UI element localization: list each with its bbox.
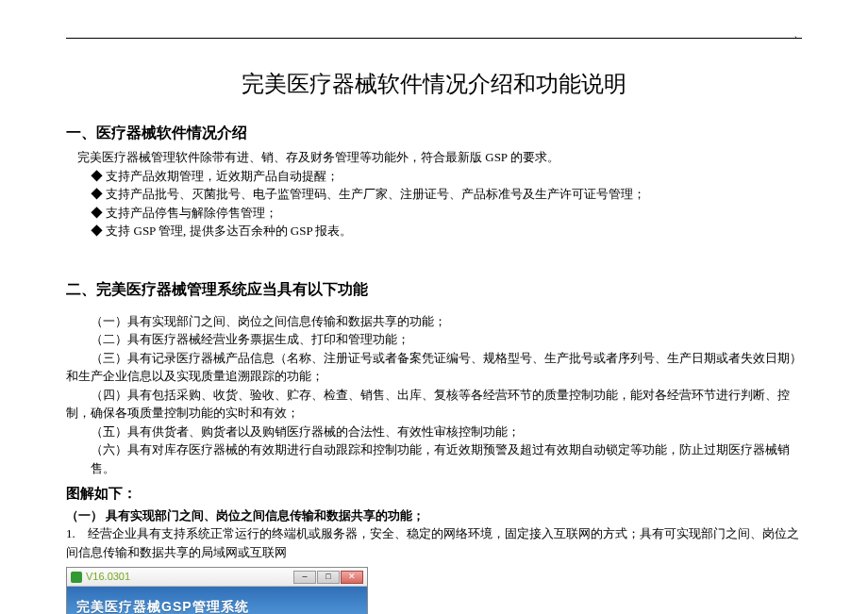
section1-bullets: 支持产品效期管理，近效期产品自动提醒； 支持产品批号、灭菌批号、电子监管理码、生… xyxy=(91,167,802,241)
bullet-item: 支持产品效期管理，近效期产品自动提醒； xyxy=(91,167,802,186)
page-corner-mark: 、 xyxy=(793,25,804,41)
app-banner: 完美医疗器械GSP管理系统 xyxy=(67,587,367,614)
list-item: （六）具有对库存医疗器械的有效期进行自动跟踪和控制功能，有近效期预警及超过有效期… xyxy=(91,440,802,477)
list-item: （四）具有包括采购、收货、验收、贮存、检查、销售、出库、复核等各经营环节的质量控… xyxy=(66,386,802,423)
maximize-button[interactable]: □ xyxy=(317,571,340,584)
close-button[interactable]: ✕ xyxy=(341,571,363,584)
login-screenshot: V16.0301 – □ ✕ 完美医疗器械GSP管理系统 服务器 IP (M) … xyxy=(66,567,368,614)
illustration-subheading: （一） 具有实现部门之间、岗位之间信息传输和数据共享的功能； xyxy=(66,506,802,525)
illustration-paragraph: 1. 经营企业具有支持系统正常运行的终端机或服务器，安全、稳定的网络环境，固定接… xyxy=(66,524,802,561)
version-label: V16.0301 xyxy=(86,569,130,585)
bullet-item: 支持产品批号、灭菌批号、电子监管理码、生产厂家、注册证号、产品标准号及生产许可证… xyxy=(91,185,802,204)
section1-intro: 完美医疗器械管理软件除带有进、销、存及财务管理等功能外，符合最新版 GSP 的要… xyxy=(77,148,802,167)
document-title: 完美医疗器械软件情况介绍和功能说明 xyxy=(66,67,802,101)
window-titlebar: V16.0301 – □ ✕ xyxy=(67,568,367,587)
section2-items: （一）具有实现部门之间、岗位之间信息传输和数据共享的功能； （二）具有医疗器械经… xyxy=(91,312,802,478)
section1-heading: 一、医疗器械软件情况介绍 xyxy=(66,122,802,144)
list-item: （一）具有实现部门之间、岗位之间信息传输和数据共享的功能； xyxy=(91,312,802,331)
bullet-item: 支持产品停售与解除停售管理； xyxy=(91,204,802,223)
bullet-item: 支持 GSP 管理, 提供多达百余种的 GSP 报表。 xyxy=(91,222,802,241)
list-item: （三）具有记录医疗器械产品信息（名称、注册证号或者备案凭证编号、规格型号、生产批… xyxy=(66,349,802,386)
illustration-heading: 图解如下： xyxy=(66,483,802,505)
section2-heading: 二、完美医疗器械管理系统应当具有以下功能 xyxy=(66,278,802,301)
minimize-button[interactable]: – xyxy=(293,571,316,584)
app-icon xyxy=(71,572,82,583)
list-item: （二）具有医疗器械经营业务票据生成、打印和管理功能； xyxy=(91,330,802,349)
list-item: （五）具有供货者、购货者以及购销医疗器械的合法性、有效性审核控制功能； xyxy=(91,423,802,441)
